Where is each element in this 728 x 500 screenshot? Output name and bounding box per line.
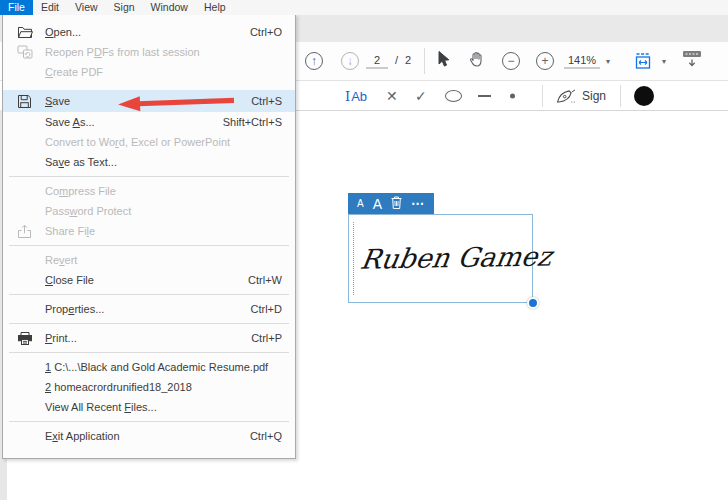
page-number-control[interactable]: 2 / 2 [366,54,413,69]
select-tool-icon[interactable] [436,51,450,72]
menubar-item-sign[interactable]: Sign [106,0,143,15]
menubar-item-file[interactable]: File [0,0,33,15]
menu-item-shortcut: Ctrl+W [248,274,282,286]
zoom-in-icon[interactable]: + [536,52,554,70]
menu-item-2-homeacrordrunified18-2018[interactable]: 2 homeacrordrunified18_2018 [3,377,295,397]
menu-item-shortcut: Ctrl+P [251,332,282,344]
menubar-item-window[interactable]: Window [143,0,196,15]
folder-open-icon [17,25,39,39]
menu-item-shortcut: Ctrl+S [251,95,282,107]
menu-separator [9,323,289,324]
checkmark-tool-icon[interactable]: ✓ [415,88,427,104]
zoom-level-control[interactable]: 141% ▾ [564,54,610,69]
menu-item-label: Create PDF [45,66,103,78]
zoom-out-icon[interactable]: − [502,52,520,70]
color-swatch-black[interactable] [634,86,654,106]
line-tool-icon[interactable] [478,95,491,97]
menu-item-label: Save As... [45,116,95,128]
delete-signature-icon[interactable] [391,195,402,213]
signature-mini-toolbar: A A ⋯ [348,193,434,214]
menu-item-shortcut: Ctrl+O [250,26,282,38]
signature-field[interactable]: Ruben Gamez [348,214,533,303]
menu-item-label: Print... [45,332,77,344]
menu-item-label: 1 C:\...\Black and Gold Academic Resume.… [45,361,268,373]
sign-label: Sign [582,89,606,103]
hand-tool-icon[interactable] [468,51,485,72]
next-page-icon[interactable]: ↓ [341,52,359,70]
menu-item-label: Password Protect [45,205,131,217]
menubar-item-help[interactable]: Help [196,0,234,15]
menu-item-label: Save as Text... [45,156,117,168]
reopen-session-icon [17,45,39,59]
more-options-icon[interactable]: ⋯ [411,200,425,208]
menubar-item-view[interactable]: View [67,0,106,15]
page-number-input[interactable]: 2 [366,54,388,69]
add-text-label: Ab [351,88,367,103]
menu-item-label: Open... [45,26,81,38]
pen-nib-icon [556,88,577,103]
previous-page-icon[interactable]: ↑ [305,52,323,70]
page-total-label: / 2 [395,54,413,66]
cross-tool-icon[interactable]: ✕ [386,88,398,104]
print-icon [17,331,39,346]
menu-item-share-file: Share File [3,221,295,241]
menu-separator [9,421,289,422]
menu-item-convert-to-word-excel-or-powerpoint: Convert to Word, Excel or PowerPoint [3,132,295,152]
toolbar-divider [424,48,425,74]
menu-item-password-protect: Password Protect [3,201,295,221]
increase-font-icon[interactable]: A [373,196,382,212]
signature-text: Ruben Gamez [358,240,534,274]
menu-item-1-c-black-and-gold-academic-resume-pdf[interactable]: 1 C:\...\Black and Gold Academic Resume.… [3,357,295,377]
menu-item-compress-file: Compress File [3,181,295,201]
red-arrow-annotation [116,92,238,116]
zoom-caret-icon[interactable]: ▾ [606,57,610,66]
menu-item-close-file[interactable]: Close FileCtrl+W [3,270,295,290]
fit-width-icon [634,53,656,70]
menu-item-properties[interactable]: Properties...Ctrl+D [3,299,295,319]
text-cursor-icon: I [345,88,350,103]
decrease-font-icon[interactable]: A [357,198,364,209]
menu-bar: FileEditViewSignWindowHelp [0,0,728,15]
menu-separator [9,245,289,246]
zoom-level-value[interactable]: 141% [564,54,600,69]
fit-width-control[interactable]: ▾ [634,53,666,70]
toolbar-divider [542,85,543,107]
menu-item-label: Properties... [45,303,104,315]
sign-tool[interactable]: Sign [556,88,606,103]
menu-item-label: Revert [45,254,77,266]
menu-item-save-as-text[interactable]: Save as Text... [3,152,295,172]
menu-item-revert: Revert [3,250,295,270]
menu-item-label: Convert to Word, Excel or PowerPoint [45,136,230,148]
menu-item-exit-application[interactable]: Exit ApplicationCtrl+Q [3,426,295,446]
menu-item-print[interactable]: Print...Ctrl+P [3,328,295,348]
file-menu-dropdown: Open...Ctrl+OReopen PDFs from last sessi… [2,14,296,459]
menu-item-label: Share File [45,225,95,237]
menu-item-label: View All Recent Files... [45,401,157,413]
menu-spacer [3,82,295,90]
menubar-item-edit[interactable]: Edit [33,0,67,15]
menu-item-label: Save [45,95,70,107]
fit-width-caret-icon[interactable]: ▾ [662,57,666,66]
menu-item-label: Close File [45,274,94,286]
menu-item-shortcut: Shift+Ctrl+S [223,116,282,128]
menu-item-create-pdf: Create PDF [3,62,295,82]
menu-separator [9,352,289,353]
menu-item-label: Compress File [45,185,116,197]
menu-item-label: Reopen PDFs from last session [45,46,200,58]
menu-item-open[interactable]: Open...Ctrl+O [3,22,295,42]
dot-tool-icon[interactable] [510,93,515,98]
menu-item-shortcut: Ctrl+D [251,303,282,315]
signature-drag-grip[interactable] [353,222,354,295]
menu-item-label: Exit Application [45,430,120,442]
signature-resize-handle[interactable] [527,297,539,309]
menu-item-label: 2 homeacrordrunified18_2018 [45,381,192,393]
share-icon [17,224,39,239]
toolbar-divider [620,85,621,107]
add-text-tool[interactable]: I Ab [345,88,367,103]
menu-separator [9,294,289,295]
menu-item-view-all-recent-files[interactable]: View All Recent Files... [3,397,295,417]
circle-tool-icon[interactable] [445,90,462,102]
menu-item-reopen-pdfs-from-last-session: Reopen PDFs from last session [3,42,295,62]
hide-toolbar-icon[interactable] [682,50,702,72]
acrobat-window: FileEditViewSignWindowHelp ↑ ↓ 2 / 2 − +… [0,0,728,500]
